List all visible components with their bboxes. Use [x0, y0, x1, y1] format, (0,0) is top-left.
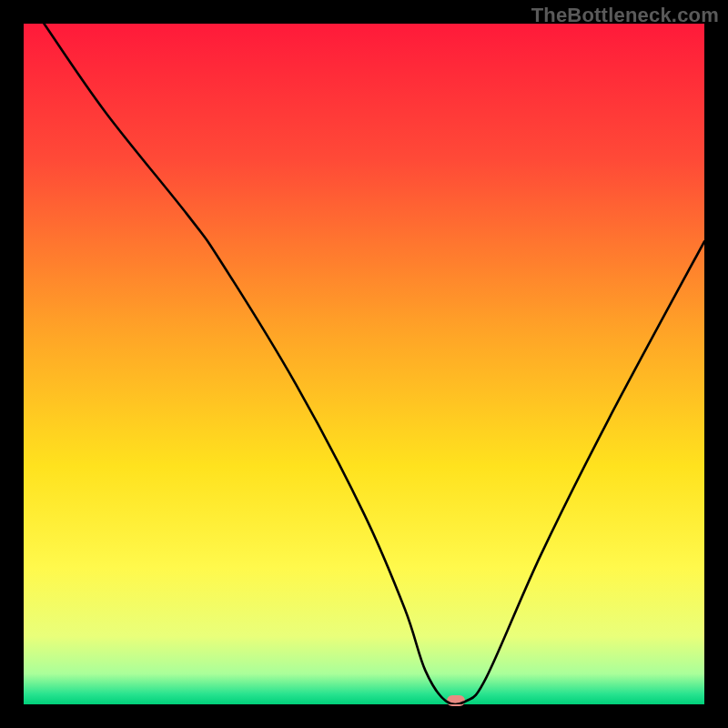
bottleneck-curve: [24, 24, 704, 704]
watermark-text: TheBottleneck.com: [531, 4, 719, 27]
plot-area: [24, 24, 704, 704]
chart-container: TheBottleneck.com: [0, 0, 728, 728]
